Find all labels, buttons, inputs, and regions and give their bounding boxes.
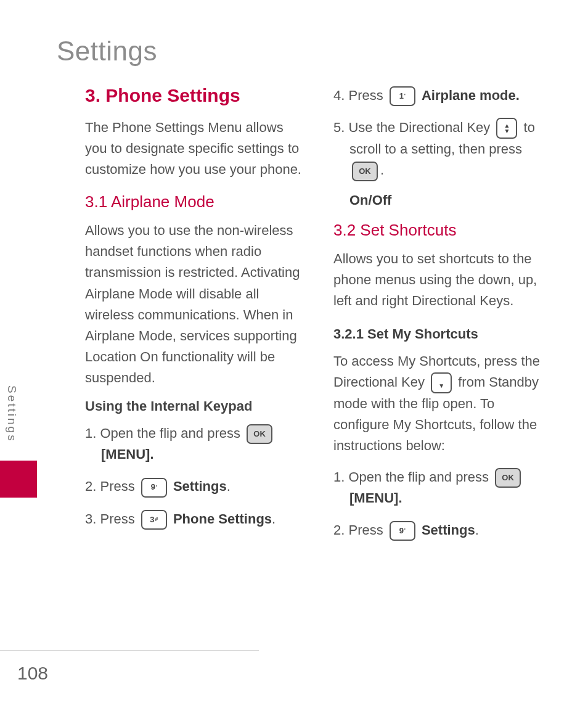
- step-4-label: Airplane mode.: [422, 88, 520, 103]
- side-tab-marker: [0, 461, 37, 498]
- step-4: 4. Press 1' Airplane mode.: [333, 85, 551, 106]
- step-5-text-a: 5. Use the Directional Key: [333, 120, 494, 135]
- key-1-icon: 1': [390, 86, 415, 106]
- set-my-shortcuts-paragraph: To access My Shortcuts, press the Direct…: [333, 351, 551, 457]
- page-title: Settings: [57, 36, 588, 67]
- step-2-text: 2. Press: [85, 478, 139, 494]
- ok-key-icon: OK: [352, 162, 378, 181]
- step-1: 1. Open the flip and press OK [MENU].: [85, 423, 303, 465]
- period: .: [272, 511, 276, 527]
- set-shortcuts-paragraph: Allows you to set shortcuts to the phone…: [333, 248, 551, 311]
- step-7-label: Settings: [422, 522, 475, 538]
- key-9-icon: 9': [141, 478, 167, 498]
- step-2: 2. Press 9' Settings.: [85, 476, 303, 497]
- step-5: 5. Use the Directional Key ▲▼ to scroll …: [333, 117, 551, 181]
- step-6-text: 1. Open the flip and press: [333, 469, 492, 485]
- page-number: 108: [17, 663, 48, 684]
- step-3-label: Phone Settings: [173, 511, 272, 527]
- subsubsection-set-my-shortcuts: 3.2.1 Set My Shortcuts: [333, 326, 551, 342]
- side-tab-label: Settings: [5, 385, 18, 443]
- step-1-menu: [MENU].: [101, 446, 154, 462]
- period: .: [227, 478, 231, 494]
- footer-rule: [0, 650, 259, 651]
- section-heading-phone-settings: 3. Phone Settings: [85, 85, 303, 106]
- directional-key-updown-icon: ▲▼: [496, 118, 517, 139]
- step-2-label: Settings: [173, 478, 227, 494]
- using-keypad-heading: Using the Internal Keypad: [85, 398, 303, 414]
- content-columns: 3. Phone Settings The Phone Settings Men…: [85, 85, 551, 552]
- directional-key-down-icon: ▲▼: [431, 372, 452, 393]
- step-6-menu: [MENU].: [349, 490, 402, 506]
- step-1-text: 1. Open the flip and press: [85, 425, 244, 441]
- left-column: 3. Phone Settings The Phone Settings Men…: [85, 85, 303, 552]
- ok-key-icon: OK: [247, 424, 272, 444]
- step-7-text: 2. Press: [333, 522, 387, 538]
- period: .: [380, 162, 384, 178]
- ok-key-icon: OK: [495, 468, 521, 488]
- step-4-text: 4. Press: [333, 88, 387, 103]
- intro-paragraph: The Phone Settings Menu allows you to de…: [85, 117, 303, 180]
- right-column: 4. Press 1' Airplane mode. 5. Use the Di…: [333, 85, 551, 552]
- key-3-icon: 3#: [141, 510, 167, 530]
- step-6: 1. Open the flip and press OK [MENU].: [333, 467, 551, 509]
- step-3: 3. Press 3# Phone Settings.: [85, 509, 303, 530]
- key-9-icon: 9': [390, 521, 415, 541]
- subsection-set-shortcuts: 3.2 Set Shortcuts: [333, 221, 551, 240]
- airplane-mode-paragraph: Allows you to use the non-wireless hands…: [85, 220, 303, 388]
- step-3-text: 3. Press: [85, 511, 139, 527]
- subsection-airplane-mode: 3.1 Airplane Mode: [85, 192, 303, 211]
- period: .: [475, 522, 479, 538]
- step-7: 2. Press 9' Settings.: [333, 520, 551, 541]
- side-tab: Settings: [0, 385, 37, 498]
- on-off-option: On/Off: [349, 192, 551, 208]
